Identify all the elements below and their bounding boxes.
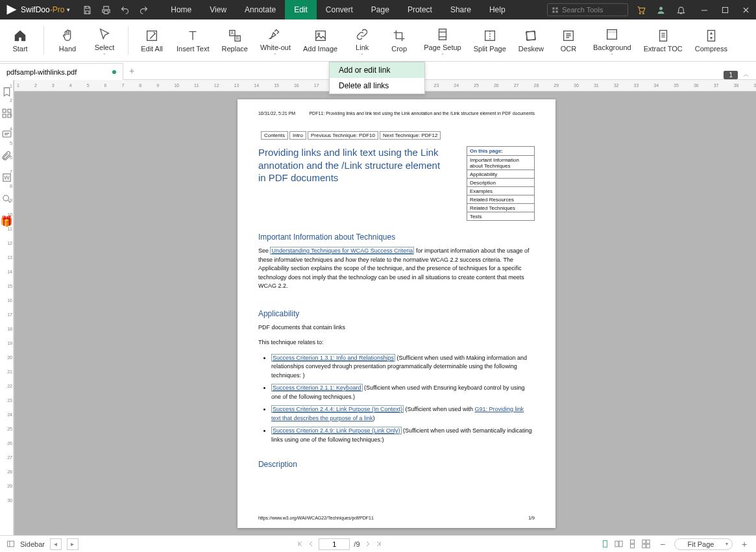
edit-all-button[interactable]: Edit All: [137, 21, 167, 59]
start-button[interactable]: Start: [5, 21, 35, 59]
sidebar-label: Sidebar: [20, 540, 45, 548]
view-facing-icon[interactable]: [614, 539, 624, 549]
svg-rect-16: [439, 29, 446, 40]
page-setup-button[interactable]: Page Setup⌄: [421, 21, 464, 59]
menu-edit[interactable]: Edit: [285, 0, 317, 19]
sidebar-next-button[interactable]: ▸: [67, 538, 79, 550]
svg-rect-39: [642, 544, 646, 548]
pdf-page: 10/31/22, 5:21 PM PDF11: Providing links…: [238, 99, 555, 528]
split-page-button[interactable]: Split Page: [471, 21, 509, 59]
insert-text-button[interactable]: Insert Text: [174, 21, 212, 59]
nav-contents[interactable]: Contents: [261, 131, 288, 140]
menu-share[interactable]: Share: [441, 0, 480, 19]
link-menu-add[interactable]: Add or edit link: [330, 62, 424, 78]
maximize-button[interactable]: [714, 0, 735, 19]
menubar: Home View Annotate Edit Convert Page Pro…: [162, 0, 514, 19]
page-number-input[interactable]: [319, 538, 350, 550]
section-heading-important: Important Information about Techniques: [258, 232, 535, 242]
app-logo-icon: [5, 3, 18, 16]
prev-page-icon[interactable]: [308, 540, 315, 547]
svg-rect-38: [646, 540, 650, 544]
menu-home[interactable]: Home: [162, 0, 201, 19]
first-page-icon[interactable]: [297, 540, 304, 547]
add-tab-button[interactable]: +: [123, 62, 140, 79]
compress-button[interactable]: Compress: [692, 21, 730, 59]
app-menu-dropdown-icon[interactable]: ▼: [66, 7, 71, 13]
replace-button[interactable]: BAReplace: [219, 21, 250, 59]
svg-rect-35: [630, 540, 634, 544]
link-menu-delete[interactable]: Delete all links: [330, 78, 424, 94]
document-tab[interactable]: pdfsampl-withlinks.pdf: [0, 63, 123, 80]
toc-item[interactable]: Examples: [467, 187, 534, 195]
svg-rect-0: [552, 7, 554, 9]
svg-rect-40: [646, 544, 650, 548]
user-icon[interactable]: [656, 5, 666, 15]
toc-item[interactable]: Related Resources: [467, 195, 534, 204]
toc-item[interactable]: Applicability: [467, 170, 534, 179]
sidebar-prev-button[interactable]: ◂: [50, 538, 62, 550]
svg-rect-9: [147, 31, 157, 40]
view-continuous-icon[interactable]: [628, 539, 637, 549]
nav-intro[interactable]: Intro: [289, 131, 306, 140]
menu-page[interactable]: Page: [362, 0, 398, 19]
print-icon[interactable]: [101, 5, 111, 15]
page-viewport[interactable]: 10/31/22, 5:21 PM PDF11: Providing links…: [14, 92, 756, 535]
menu-protect[interactable]: Protect: [398, 0, 441, 19]
toc-item[interactable]: Important Information about Techniques: [467, 156, 534, 170]
doc-link[interactable]: Success Criterion 2.4.4: Link Purpose (I…: [271, 405, 404, 413]
doc-link[interactable]: Understanding Techniques for WCAG Succes…: [270, 247, 414, 255]
undo-icon[interactable]: [120, 5, 130, 15]
crop-button[interactable]: Crop: [384, 21, 414, 59]
menu-convert[interactable]: Convert: [317, 0, 362, 19]
ocr-button[interactable]: OCR: [554, 21, 583, 59]
menu-help[interactable]: Help: [480, 0, 515, 19]
nav-next[interactable]: Next Technique: PDF12: [380, 131, 441, 140]
toc-item[interactable]: Tests: [467, 212, 534, 220]
svg-rect-7: [701, 10, 707, 10]
list-item: Success Criterion 2.4.4: Link Purpose (I…: [271, 405, 535, 423]
redo-icon[interactable]: [139, 5, 149, 15]
toc-item[interactable]: Related Techniques: [467, 204, 534, 212]
collapse-ribbon-icon[interactable]: ︿: [743, 70, 750, 79]
zoom-select[interactable]: Fit Page: [674, 538, 733, 550]
menu-annotate[interactable]: Annotate: [236, 0, 285, 19]
deskew-button[interactable]: Deskew: [516, 21, 546, 59]
last-page-icon[interactable]: [375, 540, 382, 547]
svg-rect-34: [619, 541, 622, 547]
background-button[interactable]: Background⌄: [591, 21, 634, 59]
hand-button[interactable]: Hand: [53, 21, 82, 59]
sidebar-toggle-icon[interactable]: [6, 540, 15, 548]
view-single-icon[interactable]: [600, 539, 610, 549]
doc-link[interactable]: Success Criterion 2.1.1: Keyboard: [271, 384, 363, 392]
svg-rect-26: [3, 114, 6, 118]
side-panel: 🎁: [0, 80, 14, 535]
app-name: SwifDoo: [21, 5, 50, 14]
menu-view[interactable]: View: [201, 0, 236, 19]
save-icon[interactable]: [82, 5, 92, 15]
cart-icon[interactable]: [636, 5, 646, 15]
select-button[interactable]: Select⌄: [90, 21, 119, 59]
nav-prev[interactable]: Previous Technique: PDF10: [308, 131, 378, 140]
close-button[interactable]: [735, 0, 756, 19]
whiteout-button[interactable]: White-out⌄: [258, 21, 293, 59]
doc-link[interactable]: Success Criterion 1.3.1: Info and Relati…: [271, 354, 395, 362]
app-suffix: -Pro: [50, 5, 65, 14]
link-button[interactable]: Link⌄: [347, 21, 377, 59]
zoom-in-button[interactable]: +: [739, 539, 750, 549]
view-continuous-facing-icon[interactable]: [641, 539, 651, 549]
minimize-button[interactable]: [694, 0, 714, 19]
zoom-out-button[interactable]: −: [657, 539, 668, 549]
next-page-icon[interactable]: [364, 540, 371, 547]
svg-rect-37: [642, 540, 646, 544]
svg-rect-33: [615, 541, 618, 547]
page-indicator-badge: 1: [724, 71, 738, 79]
toc-item[interactable]: Description: [467, 179, 534, 187]
list-item: Success Criterion 1.3.1: Info and Relati…: [271, 354, 535, 381]
search-tools-input[interactable]: Search Tools: [547, 3, 628, 16]
bell-icon[interactable]: [676, 5, 686, 15]
extract-toc-button[interactable]: Extract TOC: [641, 21, 685, 59]
doc-link[interactable]: Success Criterion 2.4.9: Link Purpose (L…: [271, 427, 402, 434]
add-image-button[interactable]: Add Image: [300, 21, 340, 59]
svg-rect-14: [315, 31, 325, 40]
svg-point-15: [317, 32, 319, 34]
